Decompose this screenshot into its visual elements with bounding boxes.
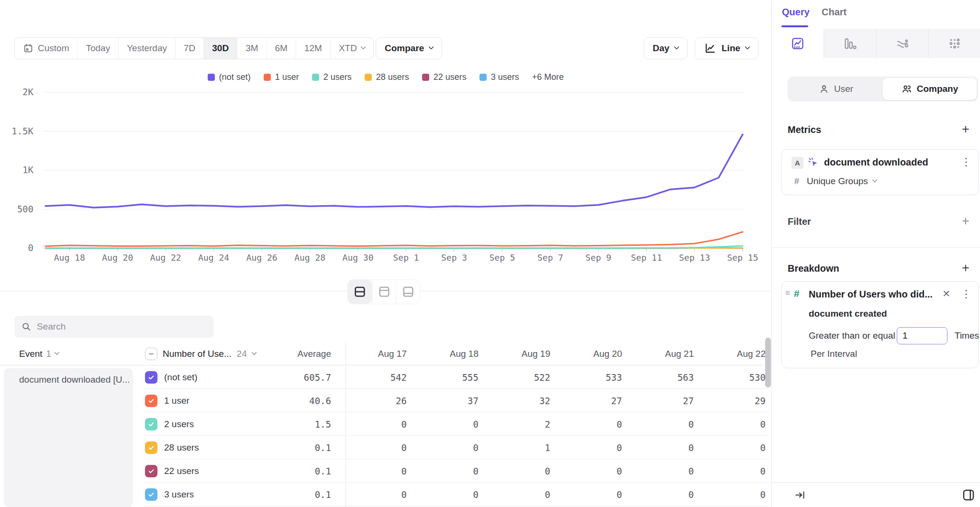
vertical-scrollbar[interactable] <box>765 338 771 387</box>
search-input[interactable] <box>37 321 207 332</box>
data-value: 29 <box>704 396 769 406</box>
column-divider <box>345 342 346 507</box>
series-column-header[interactable]: Number of Use... 24 <box>145 348 266 360</box>
breakdown-per-interval: Per Interval <box>811 349 857 359</box>
breakdown-card[interactable]: ≡ # Number of Users who did... ✕ ⋮ docum… <box>781 281 979 368</box>
split-view-button[interactable] <box>348 280 372 304</box>
date-column-header[interactable]: Aug 20 <box>561 349 633 359</box>
search-icon <box>21 321 32 332</box>
date-column-header[interactable]: Aug 22 <box>704 349 769 359</box>
collapse-panel-icon[interactable] <box>794 489 806 501</box>
search-box <box>14 316 214 338</box>
date-column-header[interactable]: Aug 17 <box>345 349 417 359</box>
data-value: 0 <box>633 466 704 476</box>
data-value: 27 <box>561 396 633 406</box>
metric-card[interactable]: A document downloaded ⋮ # Unique Groups <box>781 149 979 195</box>
data-value: 0 <box>633 489 704 500</box>
data-value: 0 <box>417 466 489 476</box>
series-label: 1 user <box>164 396 189 406</box>
chart-type-tab-line-chart-icon[interactable] <box>772 29 824 58</box>
date-column-header[interactable]: Aug 21 <box>633 349 704 359</box>
autocapture-icon <box>808 157 820 169</box>
active-tab-underline <box>781 25 808 27</box>
data-value: 0 <box>561 466 633 476</box>
side-panel-icon[interactable] <box>961 488 976 502</box>
data-value: 26 <box>345 396 417 406</box>
breakdown-heading: Breakdown <box>788 263 839 274</box>
series-col-count: 24 <box>237 349 247 359</box>
chevron-down-icon <box>55 350 60 355</box>
add-metric-button[interactable]: + <box>959 122 972 136</box>
x-tick-label: Sep 7 <box>537 253 563 263</box>
close-icon[interactable]: ✕ <box>942 288 950 299</box>
date-column-header[interactable]: Aug 18 <box>417 349 489 359</box>
series-cell: (not set) <box>145 371 266 384</box>
metrics-heading: Metrics <box>788 124 821 135</box>
series-checkbox[interactable] <box>145 441 157 454</box>
times-input[interactable] <box>897 327 947 344</box>
series-cell: 28 users <box>145 441 266 454</box>
tab-query[interactable]: Query <box>782 7 810 18</box>
toggle-user[interactable]: User <box>789 78 883 100</box>
main-area: CustomTodayYesterday7D30D3M6M12MXTD Comp… <box>0 0 771 507</box>
data-value: 27 <box>633 396 704 406</box>
series-label: 22 users <box>164 466 199 476</box>
select-all-checkbox[interactable] <box>145 348 157 360</box>
series-checkbox[interactable] <box>145 488 157 501</box>
average-value: 0.1 <box>266 466 345 476</box>
y-tick-label: 500 <box>0 204 33 214</box>
data-value: 0 <box>345 442 417 453</box>
chart-type-tab-flow-chart-icon[interactable] <box>876 29 928 58</box>
measure-dropdown[interactable]: Unique Groups <box>807 176 877 187</box>
data-value: 533 <box>561 372 633 383</box>
divider <box>772 247 980 248</box>
event-cell[interactable]: document downloaded [U... <box>4 368 133 507</box>
table-view-button[interactable] <box>396 280 420 304</box>
metric-kebab-icon[interactable]: ⋮ <box>961 157 971 167</box>
breakdown-condition: Greater than or equal to <box>809 331 905 341</box>
series-checkbox[interactable] <box>145 418 157 430</box>
tab-chart[interactable]: Chart <box>822 7 846 18</box>
timeseries-chart[interactable] <box>0 0 771 293</box>
breakdown-unit: Times <box>955 331 979 341</box>
series-checkbox[interactable] <box>145 371 157 384</box>
data-value: 0 <box>561 489 633 500</box>
data-value: 37 <box>417 396 489 406</box>
series-checkbox[interactable] <box>145 465 157 477</box>
metric-badge: A <box>791 157 803 169</box>
average-value: 1.5 <box>266 419 345 430</box>
date-column-header[interactable]: Aug 19 <box>489 349 561 359</box>
average-value: 605.7 <box>266 372 345 383</box>
data-value: 0 <box>704 442 769 453</box>
series-col-label: Number of Use... <box>163 349 232 359</box>
x-tick-label: Aug 26 <box>246 253 278 263</box>
measure-hash: # <box>794 176 799 187</box>
series-cell: 22 users <box>145 465 266 477</box>
series-label: 3 users <box>164 489 194 500</box>
data-value: 522 <box>489 372 561 383</box>
panel-footer <box>772 482 980 507</box>
series-checkbox[interactable] <box>145 395 157 407</box>
x-tick-label: Aug 18 <box>54 253 85 263</box>
data-value: 0 <box>561 419 633 430</box>
data-value: 0 <box>489 489 561 500</box>
add-breakdown-button[interactable]: + <box>959 261 972 275</box>
toggle-company[interactable]: Company <box>883 78 977 100</box>
event-column-header[interactable]: Event 1 <box>0 349 145 359</box>
average-column-header[interactable]: Average <box>266 349 345 359</box>
data-value: 0 <box>704 466 769 476</box>
chart-view-button[interactable] <box>372 280 396 304</box>
x-tick-label: Aug 22 <box>150 253 181 263</box>
data-value: 530 <box>704 372 769 383</box>
data-value: 0 <box>704 489 769 500</box>
y-tick-label: 0 <box>0 242 33 253</box>
breakdown-kebab-icon[interactable]: ⋮ <box>961 289 971 299</box>
chart-type-tab-scatter-grid-icon[interactable] <box>928 29 980 58</box>
data-value: 0 <box>345 466 417 476</box>
drag-handle-icon[interactable]: ≡ <box>785 288 790 298</box>
data-value: 563 <box>633 372 704 383</box>
add-filter-button[interactable]: + <box>959 214 972 228</box>
chart-type-tab-bar-chart-icon[interactable] <box>824 29 876 58</box>
data-value: 555 <box>417 372 489 383</box>
series-label: (not set) <box>164 372 198 383</box>
